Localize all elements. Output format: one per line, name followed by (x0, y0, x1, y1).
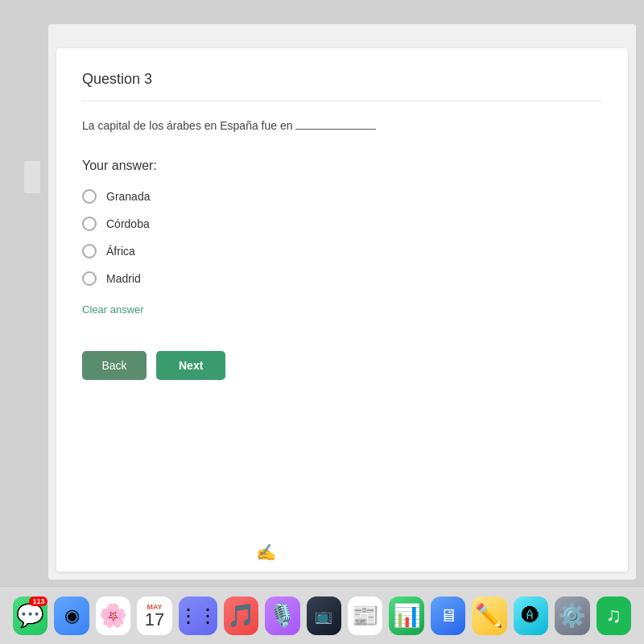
question-text-content: La capital de los árabes en España fue e… (82, 119, 293, 132)
option-label-granada: Granada (106, 190, 150, 203)
dock-icon-numbers[interactable]: 📊 (389, 597, 423, 635)
left-panel-tab[interactable] (24, 161, 40, 193)
dock-icon-appletv[interactable]: 📺 (307, 597, 341, 635)
next-button[interactable]: Next (156, 351, 225, 380)
news-glyph: 📰 (351, 602, 379, 629)
back-button[interactable]: Back (82, 351, 147, 380)
your-answer-label: Your answer: (82, 159, 602, 173)
dock-bar: 💬 113 ◉ 🌸 MAY 17 ⋮⋮ 🎵 🎙️ 📺 📰 (0, 586, 644, 644)
radio-africa[interactable] (82, 244, 97, 258)
screen: Question 3 La capital de los árabes en E… (0, 0, 644, 644)
option-label-madrid: Madrid (106, 272, 141, 285)
answer-option-3[interactable]: África (82, 244, 602, 258)
siri-glyph: ◉ (64, 605, 80, 626)
question-text: La capital de los árabes en España fue e… (82, 118, 602, 134)
dock-icon-appstore[interactable]: 🅐 (514, 597, 548, 635)
clear-answer-link[interactable]: Clear answer (82, 303, 144, 316)
question-title: Question 3 (82, 71, 602, 101)
appletv-glyph: 📺 (315, 607, 332, 625)
dock-icon-calendar[interactable]: MAY 17 (137, 597, 171, 635)
photos-glyph: 🌸 (99, 602, 127, 629)
answer-option-4[interactable]: Madrid (82, 271, 602, 286)
keynote-glyph: 🖥 (440, 605, 457, 626)
messages-badge: 113 (29, 597, 47, 606)
numbers-glyph: 📊 (393, 602, 421, 629)
option-label-cordoba: Córdoba (106, 217, 150, 230)
spotify-glyph: ♫ (605, 603, 621, 628)
cursor-pointer: ✍ (256, 543, 276, 562)
settings-glyph: ⚙️ (558, 602, 586, 629)
radio-granada[interactable] (82, 189, 97, 204)
option-label-africa: África (106, 245, 135, 258)
dock-icon-photos[interactable]: 🌸 (96, 597, 130, 635)
dock-icon-messages[interactable]: 💬 113 (13, 597, 47, 635)
content-area: Question 3 La capital de los árabes en E… (48, 24, 636, 580)
calendar-day: 17 (145, 611, 164, 629)
dock-icon-news[interactable]: 📰 (348, 597, 382, 635)
dock-icon-podcasts[interactable]: 🎙️ (265, 597, 299, 635)
dock-icon-siri[interactable]: ◉ (54, 597, 89, 635)
quiz-card: Question 3 La capital de los árabes en E… (56, 48, 628, 572)
podcasts-glyph: 🎙️ (268, 602, 296, 629)
dock-icon-pages[interactable]: ✏️ (472, 597, 506, 635)
reminders-glyph: ⋮⋮ (179, 605, 217, 627)
radio-cordoba[interactable] (82, 217, 97, 231)
button-row: Back Next (82, 351, 602, 380)
dock-icon-spotify[interactable]: ♫ (597, 597, 631, 635)
answer-option-2[interactable]: Córdoba (82, 217, 602, 231)
radio-madrid[interactable] (82, 271, 97, 286)
dock-icon-music[interactable]: 🎵 (224, 597, 258, 635)
question-blank (295, 129, 376, 130)
dock-icon-settings[interactable]: ⚙️ (555, 597, 589, 635)
music-glyph: 🎵 (227, 602, 255, 629)
pages-glyph: ✏️ (475, 602, 503, 629)
dock-icon-reminders[interactable]: ⋮⋮ (179, 597, 217, 635)
dock-icon-keynote[interactable]: 🖥 (431, 597, 465, 635)
appstore-glyph: 🅐 (522, 605, 539, 626)
answer-option-1[interactable]: Granada (82, 189, 602, 204)
answer-options: Granada Córdoba África Madrid (82, 189, 602, 286)
messages-glyph: 💬 (16, 602, 44, 629)
